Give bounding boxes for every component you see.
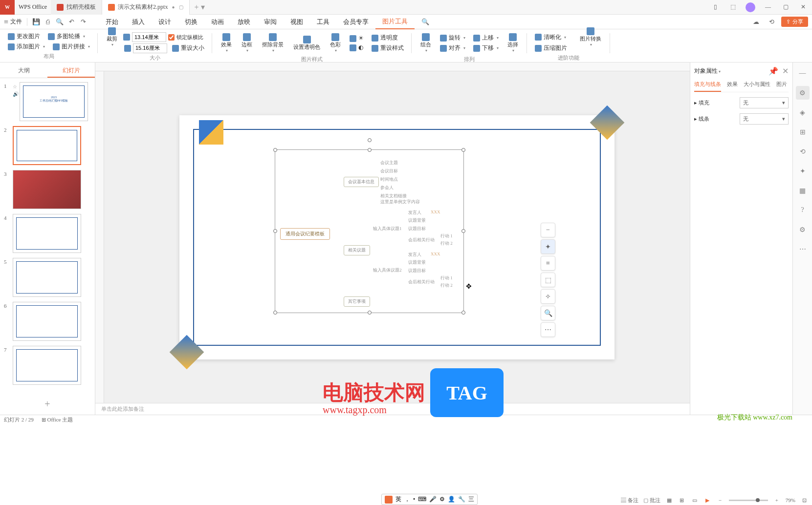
slide-thumbnail-7[interactable]: 7 bbox=[4, 346, 91, 385]
save-icon[interactable]: 💾 bbox=[30, 16, 42, 28]
more-tool[interactable]: ⋯ bbox=[541, 322, 555, 337]
move-up-button[interactable]: 上移 bbox=[470, 33, 502, 43]
file-menu[interactable]: 文件 bbox=[10, 18, 22, 26]
picture-merge-button[interactable]: 图片拼接 bbox=[50, 42, 93, 52]
tab-add-button[interactable]: + ▾ bbox=[190, 2, 210, 12]
canvas-viewport[interactable]: 通用会议纪要模板 会议基本信息 会议主题 会议目标 时间地点 参会人 相关文档链… bbox=[104, 71, 690, 403]
remove-bg-button[interactable]: 抠除背景 bbox=[258, 31, 287, 55]
panel-icon[interactable]: ▯ bbox=[706, 0, 724, 15]
slide-thumbnail-3[interactable]: 3 bbox=[4, 170, 91, 209]
minimize-button[interactable]: — bbox=[759, 0, 777, 15]
layers-tool[interactable]: ≡ bbox=[541, 256, 555, 271]
sidebar-help[interactable]: ? bbox=[796, 203, 810, 217]
move-down-button[interactable]: 下移 bbox=[470, 43, 502, 53]
close-button[interactable]: ✕ bbox=[794, 0, 812, 15]
set-transparent-button[interactable]: 设置透明色 bbox=[289, 34, 324, 53]
props-tab-picture[interactable]: 图片 bbox=[776, 81, 787, 92]
color-button[interactable]: 色彩 bbox=[326, 31, 345, 55]
pin-icon[interactable]: 📌 bbox=[768, 66, 778, 76]
ai-tool[interactable]: ✦ bbox=[541, 239, 555, 254]
search-icon[interactable]: 🔍 bbox=[415, 15, 436, 29]
select-button[interactable]: 选择 bbox=[504, 31, 522, 55]
tab-review[interactable]: 审阅 bbox=[257, 15, 284, 29]
sidebar-properties[interactable]: ⚙ bbox=[796, 86, 810, 100]
transparency-button[interactable]: 透明度 bbox=[369, 33, 407, 43]
change-picture-button[interactable]: 更改图片 bbox=[5, 31, 43, 42]
maximize-button[interactable]: ▢ bbox=[777, 0, 794, 15]
zoom-tool[interactable]: 🔍 bbox=[541, 306, 555, 320]
rotate-handle[interactable] bbox=[368, 138, 372, 142]
add-picture-button[interactable]: 添加图片 bbox=[5, 42, 48, 52]
border-button[interactable]: 边框 bbox=[238, 31, 256, 55]
sidebar-resource[interactable]: ▦ bbox=[796, 184, 810, 197]
sync-icon[interactable]: ⟲ bbox=[766, 16, 777, 28]
tab-picture-tools[interactable]: 图片工具 bbox=[375, 15, 415, 29]
props-tab-size[interactable]: 大小与属性 bbox=[744, 81, 770, 92]
tab-slideshow[interactable]: 放映 bbox=[231, 15, 257, 29]
sidebar-settings[interactable]: ⚙ bbox=[796, 223, 810, 236]
selected-image[interactable]: 通用会议纪要模板 会议基本信息 会议主题 会议目标 时间地点 参会人 相关文档链… bbox=[275, 149, 464, 313]
magic-tool[interactable]: ✧ bbox=[541, 289, 555, 304]
slide-thumbnail-4[interactable]: 4 bbox=[4, 214, 91, 253]
tab-view[interactable]: 视图 bbox=[284, 15, 310, 29]
slide-thumbnail-1[interactable]: 1 ☆🔊 2023工作总结汇报PPT模板 bbox=[4, 82, 91, 121]
print-icon[interactable]: ⎙ bbox=[42, 16, 54, 28]
hamburger-icon[interactable]: ≡ bbox=[4, 18, 8, 26]
lock-ratio-checkbox[interactable]: 锁定纵横比 bbox=[168, 34, 203, 41]
width-icon bbox=[123, 34, 130, 41]
sidebar-ai[interactable]: ✦ bbox=[796, 164, 810, 178]
watermark: 电脑技术网 www.tagxp.com TAG bbox=[323, 368, 504, 417]
sidebar-transition[interactable]: ⟲ bbox=[796, 145, 810, 158]
tab-close-icon[interactable]: ▢ bbox=[179, 4, 183, 10]
redo-icon[interactable]: ↷ bbox=[77, 16, 89, 28]
sidebar-more[interactable]: ⋯ bbox=[796, 242, 810, 256]
slides-tab[interactable]: 幻灯片 bbox=[47, 63, 95, 78]
crop-tool[interactable]: ⬚ bbox=[541, 273, 555, 287]
slides-list[interactable]: 1 ☆🔊 2023工作总结汇报PPT模板 2 3 4 5 6 bbox=[0, 78, 95, 394]
reset-size-button[interactable]: 重设大小 bbox=[169, 43, 207, 53]
sidebar-collapse[interactable]: — bbox=[796, 66, 810, 80]
rotate-button[interactable]: 旋转 bbox=[437, 33, 468, 43]
slide-thumbnail-6[interactable]: 6 bbox=[4, 302, 91, 341]
close-panel-icon[interactable]: ✕ bbox=[782, 66, 789, 76]
align-button[interactable]: 对齐 bbox=[437, 43, 468, 53]
effect-button[interactable]: 效果 bbox=[217, 31, 236, 55]
fill-select[interactable]: 无▾ bbox=[740, 97, 789, 108]
cloud-icon[interactable]: ☁ bbox=[750, 16, 762, 28]
tab-transition[interactable]: 切换 bbox=[178, 15, 204, 29]
props-tab-effect[interactable]: 效果 bbox=[727, 81, 738, 92]
cube-icon[interactable]: ⬚ bbox=[724, 0, 742, 15]
sidebar-design[interactable]: ◈ bbox=[796, 105, 810, 119]
tab-insert[interactable]: 插入 bbox=[125, 15, 152, 29]
preview-icon[interactable]: 🔍 bbox=[54, 16, 66, 28]
tab-member[interactable]: 会员专享 bbox=[336, 15, 375, 29]
theme-indicator[interactable]: ⊞ Office 主题 bbox=[42, 416, 73, 423]
brightness-button[interactable]: ☀ bbox=[347, 34, 367, 43]
clarity-button[interactable]: 清晰化 bbox=[532, 32, 569, 42]
props-tab-fill[interactable]: 填充与线条 bbox=[694, 81, 721, 92]
tab-document[interactable]: 演示文稿素材2.pptx ● ▢ bbox=[102, 0, 189, 15]
props-title[interactable]: 对象属性 bbox=[694, 67, 721, 75]
tab-templates[interactable]: 找稻壳模板 bbox=[51, 0, 102, 15]
contrast-button[interactable]: ◐ bbox=[347, 43, 367, 52]
undo-icon[interactable]: ↶ bbox=[66, 16, 77, 28]
line-select[interactable]: 无▾ bbox=[740, 113, 789, 125]
combine-button[interactable]: 组合 bbox=[417, 31, 435, 55]
slide-thumbnail-2[interactable]: 2 bbox=[4, 126, 91, 165]
share-button[interactable]: ⇪ 分享 bbox=[781, 17, 808, 27]
tab-design[interactable]: 设计 bbox=[152, 15, 178, 29]
add-slide-button[interactable]: + bbox=[0, 394, 95, 415]
outline-tab[interactable]: 大纲 bbox=[0, 63, 47, 78]
multi-carousel-button[interactable]: 多图轮播 bbox=[45, 31, 88, 42]
tab-animation[interactable]: 动画 bbox=[204, 15, 231, 29]
sidebar-animation[interactable]: ⊞ bbox=[796, 125, 810, 139]
slide-thumbnail-5[interactable]: 5 bbox=[4, 258, 91, 297]
collapse-tool[interactable]: − bbox=[541, 223, 555, 237]
height-input[interactable] bbox=[133, 43, 167, 53]
ribbon-group-size: 裁剪 锁定纵横比 重设大小 大小 bbox=[98, 29, 212, 62]
tab-tools[interactable]: 工具 bbox=[310, 15, 336, 29]
compress-button[interactable]: 压缩图片 bbox=[532, 43, 570, 53]
width-input[interactable] bbox=[132, 32, 166, 42]
reset-style-button[interactable]: 重设样式 bbox=[369, 43, 407, 53]
avatar[interactable] bbox=[742, 0, 759, 15]
